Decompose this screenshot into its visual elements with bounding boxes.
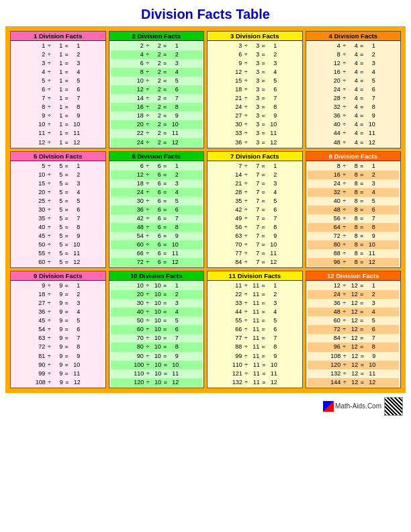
section-6: 6 Division Facts6÷6=112÷6=218÷6=324÷6=43…: [109, 151, 205, 269]
section-8-body: 8÷8=116÷8=224÷8=332÷8=440÷8=548÷8=656÷8=…: [306, 161, 401, 268]
fact-row: 80÷8=10: [308, 240, 400, 249]
fact-row: 99÷11=9: [209, 352, 301, 361]
fact-row: 9÷3=3: [209, 59, 301, 68]
section-8: 8 Division Facts8÷8=116÷8=224÷8=332÷8=44…: [306, 151, 402, 269]
fact-row: 63÷7=9: [209, 232, 301, 240]
fact-row: 40÷4=10: [308, 120, 400, 129]
fact-row: 40÷5=8: [12, 223, 104, 232]
fact-row: 99÷9=11: [12, 369, 104, 378]
section-9: 9 Division Facts9÷9=118÷9=227÷9=336÷9=44…: [10, 271, 106, 388]
fact-row: 96÷12=8: [308, 343, 400, 351]
fact-row: 50÷5=10: [12, 240, 104, 249]
fact-row: 32÷4=8: [308, 103, 400, 112]
fact-row: 14÷7=2: [209, 171, 301, 179]
fact-row: 132÷11=12: [209, 378, 301, 387]
section-10-header: 10 Division Facts: [109, 271, 204, 281]
fact-row: 4÷2=2: [111, 50, 203, 59]
section-9-body: 9÷9=118÷9=227÷9=336÷9=445÷9=554÷9=663÷9=…: [11, 281, 105, 388]
fact-row: 3÷1=3: [12, 59, 104, 68]
section-10-body: 10÷10=120÷10=230÷10=340÷10=450÷10=560÷10…: [109, 281, 204, 388]
footer-text: Math-Aids.Com: [335, 402, 381, 410]
fact-row: 66÷6=11: [111, 249, 203, 258]
section-1-header: 1 Division Facts: [11, 32, 105, 41]
fact-row: 48÷4=12: [308, 138, 400, 147]
fact-row: 64÷8=8: [308, 223, 400, 232]
fact-row: 72÷6=12: [111, 258, 203, 267]
fact-row: 12÷12=1: [308, 281, 400, 290]
fact-row: 24÷8=3: [308, 179, 400, 188]
fact-row: 35÷7=5: [209, 197, 301, 206]
fact-row: 8÷1=8: [12, 103, 104, 112]
fact-row: 40÷8=5: [308, 197, 400, 206]
fact-row: 16÷2=8: [111, 103, 203, 112]
fact-row: 11÷11=1: [209, 281, 301, 290]
fact-row: 84÷12=7: [308, 334, 400, 343]
fact-row: 55÷5=11: [12, 249, 104, 258]
fact-row: 84÷7=12: [209, 258, 301, 267]
fact-row: 66÷11=6: [209, 325, 301, 334]
fact-row: 12÷1=12: [12, 138, 104, 147]
fact-row: 25÷5=5: [12, 197, 104, 206]
section-5: 5 Division Facts5÷5=110÷5=215÷5=320÷5=42…: [10, 151, 106, 269]
fact-row: 70÷7=10: [209, 240, 301, 249]
fact-row: 33÷11=3: [209, 299, 301, 308]
section-8-header: 8 Division Facts: [306, 152, 401, 161]
fact-row: 108÷9=12: [12, 378, 104, 387]
fact-row: 42÷6=7: [111, 214, 203, 223]
section-3-body: 3÷3=16÷3=29÷3=312÷3=415÷3=518÷3=621÷3=72…: [208, 41, 302, 148]
fact-row: 54÷6=9: [111, 232, 203, 240]
fact-row: 72÷12=6: [308, 325, 400, 334]
fact-row: 16÷4=4: [308, 68, 400, 77]
fact-row: 10÷10=1: [111, 281, 203, 290]
section-4: 4 Division Facts4÷4=18÷4=212÷4=316÷4=420…: [306, 31, 402, 148]
fact-row: 6÷1=6: [12, 85, 104, 94]
fact-row: 20÷4=5: [308, 77, 400, 85]
fact-row: 56÷7=8: [209, 223, 301, 232]
fact-row: 30÷10=3: [111, 299, 203, 308]
fact-row: 18÷9=2: [12, 290, 104, 299]
section-1: 1 Division Facts1÷1=12÷1=23÷1=34÷1=45÷1=…: [10, 31, 106, 148]
fact-row: 81÷9=9: [12, 352, 104, 361]
section-5-body: 5÷5=110÷5=215÷5=320÷5=425÷5=530÷5=635÷5=…: [11, 161, 105, 268]
fact-row: 88÷11=8: [209, 343, 301, 351]
section-12-header: 12 Division Facts: [306, 271, 401, 281]
fact-row: 70÷10=7: [111, 334, 203, 343]
fact-row: 5÷5=1: [12, 162, 104, 171]
fact-row: 88÷8=11: [308, 249, 400, 258]
fact-row: 10÷1=10: [12, 120, 104, 129]
fact-row: 60÷12=5: [308, 316, 400, 325]
fact-row: 24÷2=12: [111, 138, 203, 147]
fact-row: 18÷6=3: [111, 179, 203, 188]
fact-row: 6÷2=3: [111, 59, 203, 68]
fact-row: 36÷4=9: [308, 112, 400, 120]
fact-row: 108÷12=9: [308, 352, 400, 361]
fact-row: 120÷10=12: [111, 378, 203, 387]
fact-row: 1÷1=1: [12, 42, 104, 50]
fact-row: 33÷3=11: [209, 129, 301, 138]
fact-row: 20÷10=2: [111, 290, 203, 299]
fact-row: 50÷10=5: [111, 316, 203, 325]
fact-row: 10÷5=2: [12, 171, 104, 179]
fact-row: 32÷8=4: [308, 188, 400, 197]
fact-row: 27÷3=9: [209, 112, 301, 120]
fact-row: 49÷7=7: [209, 214, 301, 223]
fact-row: 45÷5=9: [12, 232, 104, 240]
fact-row: 48÷12=4: [308, 308, 400, 316]
sections-grid: 1 Division Facts1÷1=12÷1=23÷1=34÷1=45÷1=…: [10, 31, 401, 388]
section-1-body: 1÷1=12÷1=23÷1=34÷1=45÷1=56÷1=67÷1=78÷1=8…: [11, 41, 105, 148]
math-aids-logo: Math-Aids.Com: [323, 401, 381, 412]
fact-row: 9÷1=9: [12, 112, 104, 120]
fact-row: 18÷2=9: [111, 112, 203, 120]
section-7: 7 Division Facts7÷7=114÷7=221÷7=328÷7=43…: [207, 151, 303, 269]
fact-row: 36÷9=4: [12, 308, 104, 316]
fact-row: 8÷2=4: [111, 68, 203, 77]
fact-row: 3÷3=1: [209, 42, 301, 50]
fact-row: 144÷12=12: [308, 378, 400, 387]
fact-row: 12÷2=6: [111, 85, 203, 94]
fact-row: 15÷5=3: [12, 179, 104, 188]
section-11-body: 11÷11=122÷11=233÷11=344÷11=455÷11=566÷11…: [208, 281, 302, 388]
fact-row: 9÷9=1: [12, 281, 104, 290]
fact-row: 7÷7=1: [209, 162, 301, 171]
section-3-header: 3 Division Facts: [208, 32, 302, 41]
fact-row: 14÷2=7: [111, 94, 203, 103]
